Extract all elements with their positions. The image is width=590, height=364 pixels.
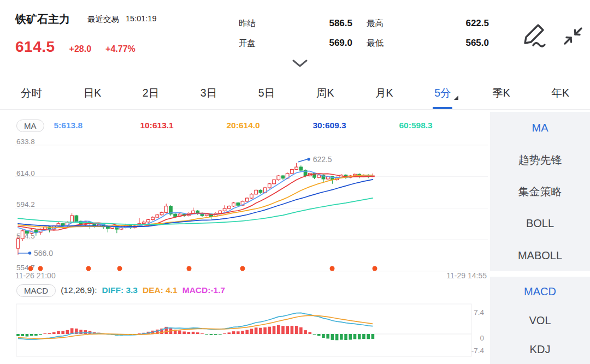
macd-params: (12,26,9):	[61, 285, 97, 295]
pen-draw-icon[interactable]	[520, 21, 548, 49]
macd-indicator-pill[interactable]: MACD	[16, 284, 56, 297]
svg-text:7.4: 7.4	[474, 308, 484, 317]
sub-indicator-MACD[interactable]: MACD	[524, 286, 556, 297]
ma-legend-item-5: 5:613.8	[54, 121, 140, 130]
tab-分时[interactable]: 分时	[21, 76, 42, 109]
tab-2日[interactable]: 2日	[143, 76, 159, 109]
tab-label: 季K	[492, 86, 510, 100]
tab-label: 5日	[258, 86, 275, 100]
svg-text:566.0: 566.0	[34, 249, 53, 258]
macd-pane-border	[16, 304, 471, 356]
tab-label: 分时	[21, 86, 42, 100]
stat-label-3: 最低	[367, 38, 392, 49]
main-indicator-MABOLL[interactable]: MABOLL	[518, 250, 562, 261]
svg-text:614.0: 614.0	[16, 169, 35, 177]
collapse-arrows-icon[interactable]	[560, 24, 586, 48]
last-price: 614.5	[15, 38, 55, 56]
ma-legend-item-30: 30:609.3	[313, 121, 399, 130]
macd-histogram	[16, 325, 374, 341]
sub-indicator-KDJ[interactable]: KDJ	[530, 344, 551, 355]
active-tab-underline	[433, 107, 452, 109]
signal-dots	[28, 266, 377, 271]
ma-legend-item-10: 10:613.1	[140, 121, 227, 130]
x-axis-end-label: 11-29 14:55	[446, 271, 487, 280]
tab-月K[interactable]: 月K	[375, 76, 393, 109]
ma-indicator-pill[interactable]: MA	[16, 120, 44, 132]
macd-legend-item-2: MACD:-1.7	[182, 285, 225, 295]
indicator-panel: MA趋势先锋集金策略BOLLMABOLL MACDVOLKDJ	[490, 112, 590, 364]
svg-text:0: 0	[480, 334, 484, 342]
quote-stats: 昨结586.5最高622.5开盘569.0最低565.0	[239, 18, 489, 49]
contract-name: 铁矿石主力	[15, 12, 70, 27]
macd-legend: MACD (12,26,9): DIFF: 3.3DEA: 4.1MACD:-1…	[16, 283, 225, 298]
grid-lines: 633.8614.0594.2574.5554.7	[15, 138, 488, 272]
last-trade-time: 15:01:19	[126, 14, 156, 25]
sub-indicator-VOL[interactable]: VOL	[529, 315, 551, 326]
svg-text:594.2: 594.2	[16, 200, 35, 208]
stat-label-2: 开盘	[239, 38, 264, 49]
price-annotations: 566.0622.5	[18, 155, 332, 258]
main-indicator-MA[interactable]: MA	[532, 122, 548, 133]
main-indicator-BOLL[interactable]: BOLL	[526, 218, 554, 229]
x-axis-start-label: 11-26 21:00	[15, 271, 56, 280]
last-trade-label: 最近交易	[87, 14, 119, 25]
main-indicator-趋势先锋[interactable]: 趋势先锋	[518, 154, 562, 165]
svg-text:633.8: 633.8	[16, 138, 35, 146]
stat-label-1: 最高	[367, 18, 392, 29]
svg-text:622.5: 622.5	[313, 155, 332, 164]
main-indicator-集金策略[interactable]: 集金策略	[518, 186, 562, 197]
tab-label: 日K	[84, 86, 102, 100]
last-trade-info: 最近交易 15:01:19	[87, 14, 156, 25]
tab-季K[interactable]: 季K	[492, 76, 510, 109]
ma-lines	[18, 171, 373, 233]
tab-5分[interactable]: 5分	[434, 76, 451, 109]
macd-legend-item-0: DIFF: 3.3	[102, 285, 138, 295]
chevron-down-icon[interactable]	[292, 59, 308, 69]
stat-value-0: 586.5	[278, 18, 352, 29]
timeframe-tabs: 分时日K2日3日5日周K月K5分季K年K	[0, 76, 590, 110]
tab-年K[interactable]: 年K	[551, 76, 569, 109]
ma-legend: MA 5:613.810:613.120:614.030:609.360:598…	[16, 118, 486, 133]
panel-divider	[490, 271, 590, 277]
tab-周K[interactable]: 周K	[316, 76, 334, 109]
tab-日K[interactable]: 日K	[84, 76, 102, 109]
tab-dropdown-triangle	[454, 96, 458, 100]
stat-label-0: 昨结	[239, 18, 264, 29]
stat-value-2: 569.0	[278, 38, 352, 49]
stat-value-1: 622.5	[406, 18, 489, 29]
price-change: +28.0	[69, 44, 91, 54]
macd-legend-item-1: DEA: 4.1	[143, 285, 178, 295]
price-change-pct: +4.77%	[105, 44, 135, 54]
tab-label: 年K	[551, 86, 569, 100]
main-indicator-list: MA趋势先锋集金策略BOLLMABOLL	[490, 112, 590, 271]
stat-value-3: 565.0	[406, 38, 489, 49]
quote-header: 铁矿石主力 最近交易 15:01:19 614.5 +28.0 +4.77% 昨…	[0, 0, 590, 76]
tab-5日[interactable]: 5日	[258, 76, 275, 109]
tab-label: 月K	[375, 86, 393, 100]
ma-legend-item-20: 20:614.0	[227, 121, 313, 130]
tab-label: 2日	[143, 86, 159, 100]
price-row: 614.5 +28.0 +4.77%	[15, 38, 135, 56]
main-candlestick-chart[interactable]: 633.8614.0594.2574.5554.7566.0622.5	[0, 138, 488, 274]
svg-text:-7.4: -7.4	[471, 347, 485, 355]
macd-chart[interactable]: 7.40-7.4	[0, 302, 488, 364]
futures-trading-screen: 铁矿石主力 最近交易 15:01:19 614.5 +28.0 +4.77% 昨…	[0, 0, 590, 364]
tab-label: 周K	[316, 86, 334, 100]
tab-3日[interactable]: 3日	[200, 76, 217, 109]
tab-label: 5分	[434, 86, 451, 100]
sub-indicator-list: MACDVOLKDJ	[490, 277, 590, 364]
tab-label: 3日	[200, 86, 217, 100]
ma-legend-item-60: 60:598.3	[399, 121, 486, 130]
